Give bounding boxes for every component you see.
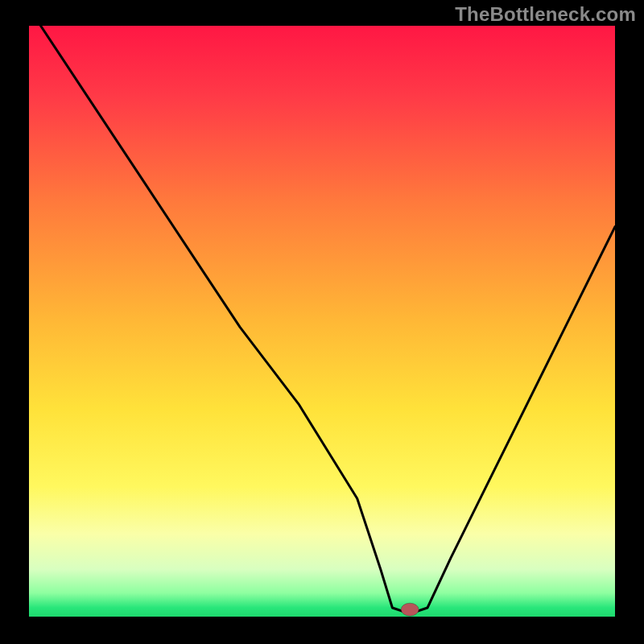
watermark-label: TheBottleneck.com xyxy=(455,3,636,26)
bottleneck-chart xyxy=(0,0,644,644)
optimal-point-marker xyxy=(401,603,419,616)
gradient-background xyxy=(29,26,615,617)
chart-frame: TheBottleneck.com xyxy=(0,0,644,644)
